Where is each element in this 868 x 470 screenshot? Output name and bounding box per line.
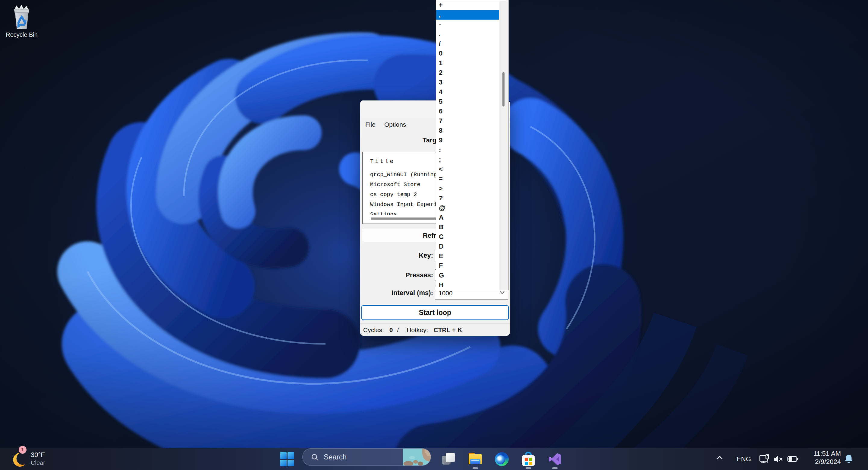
dropdown-item[interactable]: B: [436, 222, 499, 232]
task-view-button[interactable]: [440, 451, 457, 468]
dropdown-item[interactable]: /: [436, 39, 499, 49]
notification-button[interactable]: [844, 454, 854, 470]
edge-button[interactable]: [493, 451, 510, 468]
visual-studio-button[interactable]: [547, 451, 563, 468]
key-dropdown-list[interactable]: +,-./0123456789:;<=>?@ABCDEFGH: [436, 0, 509, 290]
interval-label: Interval (ms):: [379, 286, 433, 299]
dropdown-item[interactable]: C: [436, 232, 499, 242]
dropdown-item[interactable]: 9: [436, 136, 499, 145]
dropdown-item[interactable]: 6: [436, 107, 499, 116]
tray-overflow-button[interactable]: [716, 456, 723, 470]
file-explorer-icon: [468, 453, 483, 466]
listbox-header: Title: [370, 156, 395, 167]
store-running-indicator: [526, 467, 531, 469]
dropdown-item[interactable]: G: [436, 271, 499, 280]
start-loop-button[interactable]: Start loop: [361, 305, 509, 320]
dropdown-item[interactable]: =: [436, 174, 499, 184]
chevron-down-icon: [499, 291, 505, 294]
dropdown-item[interactable]: :: [436, 145, 499, 155]
weather-widget[interactable]: 1 30°F Clear: [5, 448, 78, 470]
key-label: Key:: [379, 250, 433, 261]
dropdown-item[interactable]: F: [436, 261, 499, 271]
edge-icon: [495, 452, 509, 466]
bing-thumbnail: [403, 448, 431, 466]
search-placeholder: Search: [324, 453, 347, 461]
dropdown-scrollbar-track[interactable]: [499, 1, 508, 290]
dropdown-item[interactable]: ,: [436, 10, 499, 20]
recycle-bin-icon: [10, 2, 33, 31]
dropdown-item[interactable]: A: [436, 213, 499, 222]
dropdown-item[interactable]: H: [436, 280, 499, 290]
display-usb-button[interactable]: [759, 454, 771, 470]
speaker-muted-icon: [773, 455, 784, 463]
dropdown-item[interactable]: 4: [436, 87, 499, 97]
search-icon: [311, 453, 319, 461]
weather-condition: Clear: [31, 460, 45, 466]
visual-studio-running-indicator: [552, 467, 558, 469]
tray-time: 11:51 AM: [802, 449, 841, 458]
start-button[interactable]: [277, 449, 297, 469]
dropdown-items: +,-./0123456789:;<=>?@ABCDEFGH: [436, 0, 508, 290]
visual-studio-icon: [548, 452, 562, 466]
battery-button[interactable]: [787, 455, 799, 470]
desktop: Recycle Bin File Options Target: Title q…: [0, 0, 868, 470]
cycles-value: 0: [390, 325, 393, 335]
status-separator: /: [397, 325, 399, 335]
desktop-icon-recycle-bin[interactable]: Recycle Bin: [3, 2, 40, 38]
dropdown-item[interactable]: 0: [436, 49, 499, 58]
weather-badge: 1: [19, 446, 27, 454]
hotkey-label: Hotkey:: [407, 325, 428, 335]
dropdown-item[interactable]: 1: [436, 58, 499, 68]
volume-button[interactable]: [773, 455, 784, 470]
status-divider: [360, 323, 510, 324]
tray-clock[interactable]: 11:51 AM 2/9/2024: [802, 449, 841, 466]
tray-date: 2/9/2024: [802, 458, 841, 466]
dropdown-item[interactable]: @: [436, 203, 499, 213]
display-usb-icon: [759, 454, 771, 465]
task-view-icon: [442, 452, 456, 466]
dropdown-scrollbar-thumb[interactable]: [502, 72, 504, 107]
start-icon: [280, 452, 294, 466]
recycle-bin-label: Recycle Bin: [3, 31, 40, 38]
file-explorer-button[interactable]: [467, 451, 484, 468]
dropdown-item[interactable]: D: [436, 242, 499, 251]
taskbar: 1 30°F Clear Search: [0, 448, 868, 470]
presses-label: Presses:: [379, 269, 433, 281]
battery-icon: [787, 455, 799, 463]
dropdown-item[interactable]: +: [436, 0, 499, 10]
dropdown-item[interactable]: 8: [436, 126, 499, 136]
file-explorer-running-indicator: [472, 467, 478, 469]
tray-chevron-icon: [716, 456, 723, 460]
bell-icon: [844, 454, 854, 464]
store-button[interactable]: [520, 451, 537, 468]
status-bar: Cycles:0/Hotkey:CTRL + K: [363, 325, 462, 335]
dropdown-item[interactable]: -: [436, 20, 499, 29]
weather-temperature: 30°F: [31, 451, 45, 459]
dropdown-item[interactable]: .: [436, 29, 499, 39]
menu-file[interactable]: File: [364, 119, 377, 130]
moon-icon: [10, 452, 26, 468]
dropdown-item[interactable]: ;: [436, 155, 499, 165]
cycles-label: Cycles:: [363, 325, 384, 335]
dropdown-item[interactable]: 3: [436, 78, 499, 87]
search-box[interactable]: Search: [302, 448, 431, 466]
dropdown-item[interactable]: 7: [436, 116, 499, 126]
dropdown-item[interactable]: 5: [436, 97, 499, 107]
dropdown-item[interactable]: ?: [436, 194, 499, 203]
store-icon: [521, 452, 535, 466]
language-indicator[interactable]: ENG: [735, 455, 752, 463]
hotkey-value: CTRL + K: [434, 325, 462, 335]
menu-options[interactable]: Options: [382, 119, 408, 130]
dropdown-item[interactable]: <: [436, 165, 499, 174]
dropdown-item[interactable]: E: [436, 251, 499, 261]
dropdown-item[interactable]: >: [436, 184, 499, 194]
dropdown-item[interactable]: 2: [436, 68, 499, 78]
